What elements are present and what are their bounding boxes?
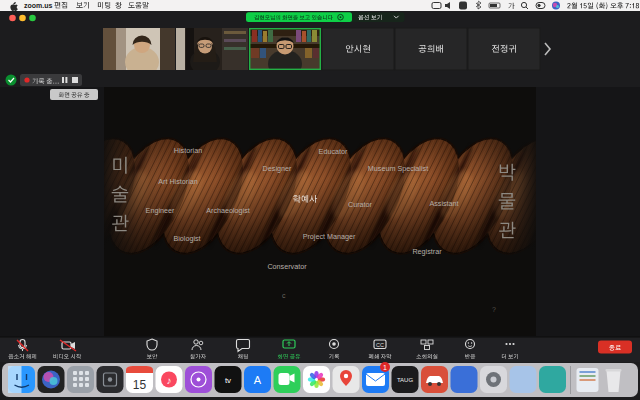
svg-text:TAUG: TAUG xyxy=(397,377,414,383)
svg-text:zoom.us: zoom.us xyxy=(24,2,52,9)
svg-text:tv: tv xyxy=(225,376,231,385)
svg-text:A: A xyxy=(254,374,262,386)
svg-text:Conservator: Conservator xyxy=(267,262,307,271)
svg-text:CC: CC xyxy=(376,342,384,348)
svg-text:Project Manager: Project Manager xyxy=(303,232,356,241)
svg-text:1: 1 xyxy=(383,364,387,371)
svg-text:c: c xyxy=(282,292,286,299)
svg-text:Designer: Designer xyxy=(263,164,292,173)
svg-text:Archaeologist: Archaeologist xyxy=(206,206,250,215)
svg-text:Engineer: Engineer xyxy=(146,206,175,215)
svg-text:Historian: Historian xyxy=(174,146,202,155)
svg-text:Biologist: Biologist xyxy=(173,234,200,243)
svg-text:15: 15 xyxy=(133,378,147,392)
svg-text:Assistant: Assistant xyxy=(429,199,458,208)
svg-text:Registrar: Registrar xyxy=(412,247,442,256)
svg-text:Curator: Curator xyxy=(348,200,373,209)
svg-text:Museum Specialist: Museum Specialist xyxy=(368,164,428,173)
svg-text:Educator: Educator xyxy=(319,147,348,156)
svg-text:♪: ♪ xyxy=(167,375,172,386)
svg-text:Art Historian: Art Historian xyxy=(158,177,198,186)
svg-text:?: ? xyxy=(492,306,496,313)
